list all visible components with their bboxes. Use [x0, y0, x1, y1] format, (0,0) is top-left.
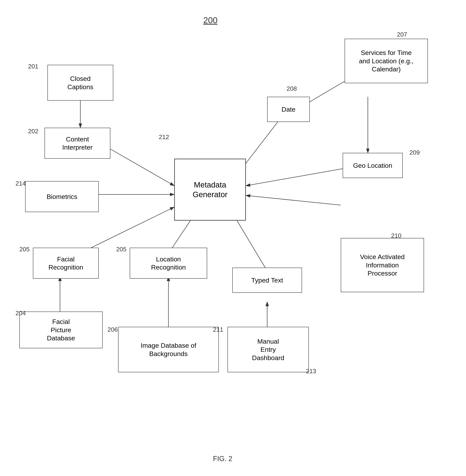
node-biometrics: Biometrics	[25, 181, 99, 212]
label-206: 206	[107, 326, 118, 333]
svg-line-5	[242, 118, 281, 168]
label-209: 209	[409, 149, 420, 156]
node-geo-location: Geo Location	[343, 153, 403, 178]
node-services-time-loc: Services for Timeand Location (e.g.,Cale…	[345, 39, 428, 83]
label-207: 207	[397, 31, 407, 38]
diagram-title: 200	[203, 15, 217, 25]
label-212: 212	[159, 134, 169, 141]
svg-line-13	[246, 195, 341, 205]
label-204: 204	[15, 310, 26, 317]
node-voice-activated: Voice ActivatedInformationProcessor	[341, 238, 424, 292]
label-201: 201	[28, 63, 38, 70]
label-205: 205	[19, 246, 30, 253]
node-date: Date	[267, 97, 310, 122]
node-closed-captions: ClosedCaptions	[47, 65, 113, 101]
node-manual-entry: ManualEntryDashboard	[227, 327, 309, 372]
node-facial-recognition: FacialRecognition	[33, 248, 99, 279]
node-metadata-generator: Metadata Generator	[174, 159, 246, 221]
diagram-container: 200	[0, 0, 466, 476]
label-214: 214	[15, 180, 26, 187]
svg-line-6	[246, 168, 345, 186]
fig-label: FIG. 2	[213, 455, 232, 463]
node-location-recognition: LocationRecognition	[130, 248, 207, 279]
node-facial-picture-db: FacialPictureDatabase	[19, 312, 103, 348]
label-208: 208	[287, 85, 297, 92]
node-image-database: Image Database ofBackgrounds	[118, 327, 219, 372]
node-content-interpreter: ContentInterpreter	[45, 128, 110, 159]
svg-line-7	[79, 207, 174, 253]
svg-line-1	[110, 149, 174, 186]
label-211-ref: 211	[213, 326, 223, 333]
node-typed-text: Typed Text	[232, 268, 302, 293]
label-211: 213	[306, 368, 316, 375]
label-205b: 205	[116, 246, 127, 253]
label-202: 202	[28, 128, 38, 135]
svg-line-12	[232, 213, 267, 271]
label-210: 210	[391, 232, 401, 239]
